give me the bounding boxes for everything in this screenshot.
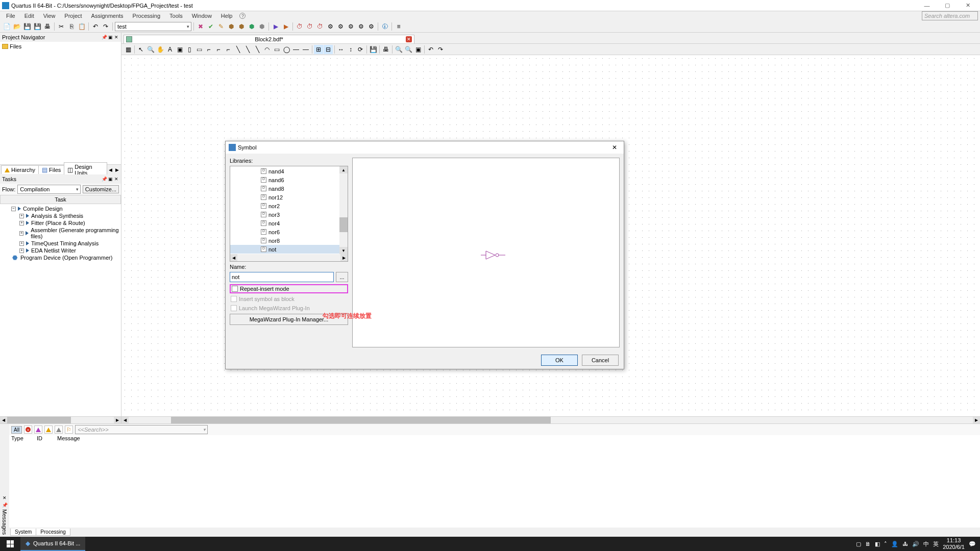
tray-notifications-icon[interactable]: 💬 bbox=[969, 541, 976, 547]
diag-icon[interactable]: ╲ bbox=[233, 45, 242, 54]
panel-close-icon[interactable]: ✕ bbox=[114, 35, 119, 40]
diag-icon[interactable]: ╲ bbox=[243, 45, 252, 54]
line-icon[interactable]: — bbox=[291, 45, 301, 54]
tray-icon[interactable]: 🗎 bbox=[865, 541, 871, 547]
dialog-titlebar[interactable]: Symbol ✕ bbox=[226, 141, 624, 154]
lib-vscroll[interactable]: ▲ ▼ bbox=[339, 166, 348, 254]
messages-search-input[interactable]: <<Search>> bbox=[75, 425, 208, 434]
lib-item[interactable]: nand6 bbox=[230, 176, 339, 184]
tool-icon[interactable]: ⬢ bbox=[237, 22, 246, 31]
tray-icon[interactable]: ◧ bbox=[875, 541, 880, 547]
tray-volume-icon[interactable]: 🔊 bbox=[912, 541, 919, 547]
filter-flag-icon[interactable]: ⚐ bbox=[65, 425, 73, 434]
tool-icon[interactable]: ⚙ bbox=[356, 22, 365, 31]
lib-hscroll[interactable]: ◀ ▶ bbox=[230, 254, 348, 261]
cut-icon[interactable]: ✂ bbox=[57, 22, 66, 31]
tab-system[interactable]: System bbox=[10, 529, 36, 536]
rect-icon[interactable]: ▭ bbox=[272, 45, 281, 54]
menu-project[interactable]: Project bbox=[60, 12, 86, 19]
tab-files[interactable]: ▤Files bbox=[38, 165, 64, 174]
tab-close-icon[interactable]: ✕ bbox=[406, 36, 412, 42]
left-hscroll[interactable]: ◀ ▶ bbox=[0, 416, 121, 423]
menu-window[interactable]: Window bbox=[188, 12, 216, 19]
tool-icon[interactable]: ⚙ bbox=[346, 22, 355, 31]
ok-button[interactable]: OK bbox=[541, 355, 578, 366]
scroll-down-icon[interactable]: ▼ bbox=[339, 247, 348, 254]
minimize-button[interactable]: — bbox=[917, 1, 937, 11]
task-assembler[interactable]: +Assembler (Generate programming files) bbox=[0, 227, 121, 240]
start-button[interactable] bbox=[0, 537, 20, 551]
menu-file[interactable]: File bbox=[2, 12, 19, 19]
tool-icon[interactable]: ⚙ bbox=[326, 22, 335, 31]
filter-critical-icon[interactable] bbox=[34, 425, 42, 434]
filter-all-button[interactable]: All bbox=[11, 426, 22, 434]
flow-combo[interactable]: Compilation bbox=[17, 185, 81, 194]
scroll-right-icon[interactable]: ▶ bbox=[114, 417, 121, 423]
repeat-insert-checkbox[interactable] bbox=[232, 286, 238, 292]
lib-item[interactable]: nor2 bbox=[230, 202, 339, 210]
diag-icon[interactable]: ╲ bbox=[253, 45, 262, 54]
task-compile-design[interactable]: −Compile Design bbox=[0, 205, 121, 212]
taskbar-app-quartus[interactable]: ◆ Quartus II 64-Bit ... bbox=[20, 537, 85, 551]
tray-ime1[interactable]: 中 bbox=[923, 540, 929, 548]
menu-tools[interactable]: Tools bbox=[165, 12, 187, 19]
tool-icon[interactable]: ≡ bbox=[394, 22, 403, 31]
repeat-insert-checkbox-row[interactable]: Repeat-insert mode bbox=[230, 284, 348, 293]
panel-undock-icon[interactable]: ▣ bbox=[108, 177, 113, 182]
new-file-icon[interactable]: 📄 bbox=[2, 22, 11, 31]
tab-scroll-right-icon[interactable]: ▶ bbox=[114, 167, 120, 173]
clock-icon[interactable]: ⏱ bbox=[315, 22, 325, 31]
help-icon[interactable]: 🛈 bbox=[380, 22, 389, 31]
menu-assignments[interactable]: Assignments bbox=[87, 12, 128, 19]
messages-list[interactable] bbox=[9, 443, 980, 528]
tray-icon[interactable]: ▢ bbox=[856, 541, 861, 547]
tray-clock[interactable]: 11:13 2020/6/1 bbox=[943, 537, 965, 550]
print-icon[interactable]: 🖶 bbox=[381, 45, 390, 54]
lib-item[interactable]: nor3 bbox=[230, 210, 339, 219]
tab-hierarchy[interactable]: Hierarchy bbox=[1, 165, 39, 174]
pin-icon[interactable]: ▯ bbox=[185, 45, 194, 54]
task-fitter[interactable]: +Fitter (Place & Route) bbox=[0, 219, 121, 227]
paste-icon[interactable]: 📋 bbox=[77, 22, 86, 31]
tray-people-icon[interactable]: 👤 bbox=[891, 541, 898, 547]
menu-processing[interactable]: Processing bbox=[129, 12, 164, 19]
tray-network-icon[interactable]: 🖧 bbox=[902, 541, 908, 547]
expand-icon[interactable]: + bbox=[19, 241, 24, 246]
symbol-icon[interactable]: ▣ bbox=[175, 45, 184, 54]
bus-icon[interactable]: ⌐ bbox=[214, 45, 223, 54]
zoom-icon[interactable]: 🔍 bbox=[146, 45, 155, 54]
undo-icon[interactable]: ↶ bbox=[91, 22, 100, 31]
lib-item[interactable]: nor4 bbox=[230, 219, 339, 228]
lib-item[interactable]: nand4 bbox=[230, 167, 339, 176]
scroll-left-icon[interactable]: ◀ bbox=[0, 417, 7, 423]
expand-icon[interactable]: + bbox=[19, 214, 24, 218]
task-timequest[interactable]: +TimeQuest Timing Analysis bbox=[0, 240, 121, 247]
messages-side-label[interactable]: ✕ 📌 Messages bbox=[0, 424, 9, 537]
tab-processing[interactable]: Processing bbox=[36, 529, 70, 536]
zoom-out-icon[interactable]: 🔍 bbox=[404, 45, 413, 54]
filter-warning-icon[interactable] bbox=[44, 425, 53, 434]
scroll-up-icon[interactable]: ▲ bbox=[339, 166, 348, 173]
expand-icon[interactable]: + bbox=[19, 231, 23, 236]
tray-up-icon[interactable]: ˄ bbox=[884, 541, 887, 547]
scroll-left-icon[interactable]: ◀ bbox=[121, 417, 129, 423]
rotate-icon[interactable]: ⟳ bbox=[356, 45, 365, 54]
expand-icon[interactable]: + bbox=[19, 221, 24, 226]
lib-item[interactable]: nor8 bbox=[230, 236, 339, 245]
flip-h-icon[interactable]: ↔ bbox=[336, 45, 346, 54]
zoom-fit-icon[interactable]: ▣ bbox=[413, 45, 423, 54]
scroll-left-icon[interactable]: ◀ bbox=[230, 254, 237, 261]
open-file-icon[interactable]: 📂 bbox=[12, 22, 21, 31]
customize-button[interactable]: Customize... bbox=[83, 185, 119, 193]
lib-item[interactable]: nor12 bbox=[230, 193, 339, 202]
help-icon[interactable]: ? bbox=[239, 13, 246, 19]
close-button[interactable]: ✕ bbox=[958, 1, 978, 11]
lib-item[interactable]: nand8 bbox=[230, 184, 339, 193]
dialog-close-button[interactable]: ✕ bbox=[608, 142, 621, 153]
partial-icon[interactable]: ⊟ bbox=[324, 45, 333, 54]
messages-pin-icon[interactable]: 📌 bbox=[2, 502, 8, 508]
task-analysis-synthesis[interactable]: +Analysis & Synthesis bbox=[0, 212, 121, 219]
filter-info-icon[interactable] bbox=[55, 425, 63, 434]
undo-icon[interactable]: ↶ bbox=[426, 45, 435, 54]
menu-edit[interactable]: Edit bbox=[20, 12, 38, 19]
